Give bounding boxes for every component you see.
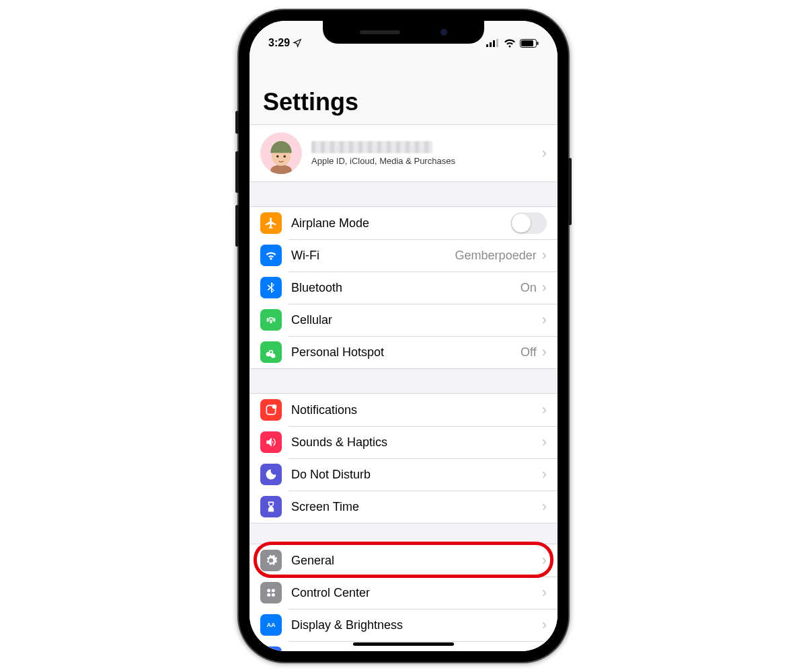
svg-rect-14 <box>272 589 275 592</box>
section-gap <box>249 182 558 206</box>
row-bluetooth[interactable]: Bluetooth On › <box>249 271 558 304</box>
wifi-icon <box>504 39 516 48</box>
control-center-icon <box>260 582 282 603</box>
avatar <box>260 132 302 174</box>
chevron-right-icon: › <box>542 618 547 632</box>
notifications-icon <box>260 399 282 421</box>
row-label: Home Screen <box>291 650 542 652</box>
row-screen-time[interactable]: Screen Time › <box>249 491 558 523</box>
phone-frame: 3:29 Settings <box>239 10 568 662</box>
screen: 3:29 Settings <box>249 21 558 651</box>
page-title: Settings <box>249 54 558 124</box>
row-personal-hotspot[interactable]: Personal Hotspot Off › <box>249 336 558 368</box>
display-icon: AA <box>260 614 282 636</box>
volume-down-button <box>235 205 239 247</box>
svg-rect-6 <box>537 42 539 45</box>
row-label: Airplane Mode <box>291 216 510 230</box>
svg-rect-2 <box>493 40 495 47</box>
hotspot-icon <box>260 341 282 363</box>
chevron-right-icon: › <box>542 280 547 295</box>
sounds-icon <box>260 431 282 453</box>
svg-rect-3 <box>496 39 498 47</box>
account-name-redacted <box>311 141 432 153</box>
airplane-toggle[interactable] <box>510 212 547 234</box>
row-label: Display & Brightness <box>291 618 542 632</box>
row-value: Off <box>521 345 537 360</box>
chevron-right-icon: › <box>542 248 547 263</box>
battery-icon <box>520 39 539 48</box>
mute-switch <box>235 111 239 134</box>
group-notifications: Notifications › Sounds & Haptics › Do No… <box>249 393 558 523</box>
power-button <box>568 158 572 225</box>
section-gap <box>249 523 558 544</box>
svg-rect-5 <box>521 40 533 46</box>
airplane-icon <box>260 212 282 234</box>
notch <box>323 21 484 44</box>
row-value: On <box>521 281 537 295</box>
chevron-right-icon: › <box>542 499 547 514</box>
row-sounds[interactable]: Sounds & Haptics › <box>249 426 558 458</box>
group-connectivity: Airplane Mode Wi-Fi Gemberpoeder › Bluet… <box>249 206 558 369</box>
row-label: Cellular <box>291 313 542 327</box>
volume-up-button <box>235 151 239 193</box>
chevron-right-icon: › <box>542 553 547 568</box>
cellular-icon <box>260 309 282 331</box>
chevron-right-icon: › <box>542 146 547 161</box>
row-label: Do Not Disturb <box>291 468 542 482</box>
cell-signal-icon <box>486 39 500 47</box>
location-icon <box>293 38 302 48</box>
row-control-center[interactable]: Control Center › <box>249 577 558 609</box>
chevron-right-icon: › <box>542 467 547 482</box>
row-apple-id[interactable]: Apple ID, iCloud, Media & Purchases › <box>249 125 558 181</box>
svg-point-9 <box>276 155 279 158</box>
row-label: Screen Time <box>291 500 542 514</box>
row-notifications[interactable]: Notifications › <box>249 394 558 426</box>
svg-rect-1 <box>490 42 492 47</box>
gear-icon <box>260 550 282 571</box>
chevron-right-icon: › <box>542 403 547 417</box>
row-airplane-mode[interactable]: Airplane Mode <box>249 207 558 239</box>
group-account: Apple ID, iCloud, Media & Purchases › <box>249 124 558 182</box>
svg-point-16 <box>272 593 275 597</box>
chevron-right-icon: › <box>542 585 547 600</box>
status-time: 3:29 <box>268 37 290 49</box>
row-label: Notifications <box>291 403 542 417</box>
chevron-right-icon: › <box>542 435 547 450</box>
account-subtitle: Apple ID, iCloud, Media & Purchases <box>311 156 542 166</box>
svg-point-12 <box>272 405 277 409</box>
chevron-right-icon: › <box>542 650 547 651</box>
home-indicator[interactable] <box>353 642 454 646</box>
svg-rect-15 <box>267 593 270 597</box>
svg-point-10 <box>284 155 286 158</box>
row-label: General <box>291 554 542 568</box>
row-label: Control Center <box>291 586 542 600</box>
row-label: Sounds & Haptics <box>291 435 542 450</box>
row-cellular[interactable]: Cellular › <box>249 304 558 336</box>
row-label: Wi-Fi <box>291 249 455 263</box>
svg-point-13 <box>267 589 270 592</box>
row-label: Bluetooth <box>291 281 521 295</box>
bluetooth-icon <box>260 277 282 298</box>
row-wifi[interactable]: Wi-Fi Gemberpoeder › <box>249 239 558 271</box>
group-system: General › Control Center › AA Display & … <box>249 544 558 651</box>
row-do-not-disturb[interactable]: Do Not Disturb › <box>249 458 558 491</box>
wifi-icon <box>260 245 282 266</box>
row-general[interactable]: General › <box>249 544 558 577</box>
chevron-right-icon: › <box>542 312 547 327</box>
row-value: Gemberpoeder <box>455 249 537 263</box>
home-screen-icon <box>260 646 282 651</box>
row-display-brightness[interactable]: AA Display & Brightness › <box>249 609 558 641</box>
section-gap <box>249 369 558 393</box>
chevron-right-icon: › <box>542 345 547 360</box>
screentime-icon <box>260 496 282 517</box>
svg-text:AA: AA <box>266 622 276 628</box>
svg-point-7 <box>270 165 292 174</box>
svg-rect-0 <box>486 44 488 47</box>
row-label: Personal Hotspot <box>291 345 521 360</box>
dnd-icon <box>260 464 282 485</box>
